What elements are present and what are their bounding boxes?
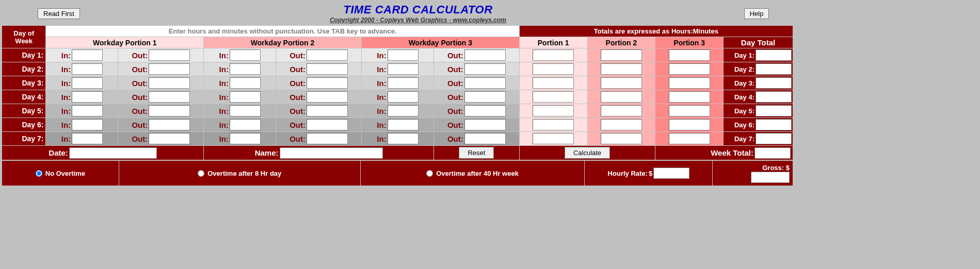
in3-input[interactable] xyxy=(388,105,419,116)
ot-8-radio[interactable] xyxy=(198,170,204,177)
in2-input[interactable] xyxy=(230,119,261,130)
day-total-output xyxy=(756,63,792,75)
out3-input[interactable] xyxy=(464,63,506,75)
help-button[interactable]: Help xyxy=(744,8,769,19)
ot-8-cell: Overtime after 8 Hr day xyxy=(119,161,360,186)
table-row: Day 1:In:Out:In:Out:In:Out:Day 1: xyxy=(2,48,793,62)
in-cell: In: xyxy=(46,48,118,62)
portion-3-header: Portion 3 xyxy=(655,37,723,48)
in-cell: In: xyxy=(46,62,118,76)
name-cell: Name: xyxy=(204,146,433,160)
in2-input[interactable] xyxy=(230,91,261,103)
day-total-label: Day 6: xyxy=(734,121,754,129)
day-total-cell: Day 6: xyxy=(724,118,793,131)
table-row: Day 2:In:Out:In:Out:In:Out:Day 2: xyxy=(2,62,793,76)
calculate-button[interactable]: Calculate xyxy=(565,147,610,159)
name-input[interactable] xyxy=(280,147,383,159)
portion-3-output xyxy=(669,49,710,61)
portion-1-output xyxy=(533,119,574,130)
out-label: Out: xyxy=(447,121,463,129)
in-label: In: xyxy=(377,121,386,129)
table-row: Day 3:In:Out:In:Out:In:Out:Day 3: xyxy=(2,76,793,90)
portion-3-total xyxy=(655,76,723,90)
workday-portion-1-header: Workday Portion 1 xyxy=(46,37,203,48)
in-label: In: xyxy=(219,121,229,129)
workday-portion-2-header: Workday Portion 2 xyxy=(204,37,361,48)
out3-input[interactable] xyxy=(464,105,506,116)
in1-input[interactable] xyxy=(72,49,103,61)
out1-input[interactable] xyxy=(149,49,190,61)
in1-input[interactable] xyxy=(72,63,103,75)
in-cell: In: xyxy=(46,104,118,117)
in2-input[interactable] xyxy=(230,133,261,144)
in1-input[interactable] xyxy=(72,91,103,103)
day-total-label: Day 2: xyxy=(734,65,754,73)
out1-input[interactable] xyxy=(149,105,190,116)
out-cell: Out: xyxy=(276,48,361,62)
out1-input[interactable] xyxy=(149,77,190,89)
in-cell: In: xyxy=(204,104,276,117)
portion-1-output xyxy=(533,105,574,116)
hourly-rate-input[interactable] xyxy=(653,167,689,179)
in3-input[interactable] xyxy=(388,49,419,61)
out1-input[interactable] xyxy=(149,119,190,130)
out1-input[interactable] xyxy=(149,91,190,103)
in2-input[interactable] xyxy=(230,105,261,116)
day-total-cell: Day 4: xyxy=(724,90,793,104)
out2-input[interactable] xyxy=(307,105,348,116)
in-cell: In: xyxy=(46,132,118,145)
day-total-label: Day 1: xyxy=(734,52,754,59)
out-label: Out: xyxy=(132,134,148,143)
reset-button[interactable]: Reset xyxy=(459,147,494,159)
out-label: Out: xyxy=(132,121,148,129)
day-total-label: Day 5: xyxy=(734,107,754,115)
day-total-label: Day 4: xyxy=(734,93,754,101)
in3-input[interactable] xyxy=(388,91,419,103)
in2-input[interactable] xyxy=(230,49,261,61)
out3-input[interactable] xyxy=(464,77,506,89)
in1-input[interactable] xyxy=(72,77,103,89)
in3-input[interactable] xyxy=(388,133,419,144)
out-label: Out: xyxy=(447,51,463,60)
out3-input[interactable] xyxy=(464,119,506,130)
in1-input[interactable] xyxy=(72,119,103,130)
date-input[interactable] xyxy=(69,147,157,159)
ot-40-radio[interactable] xyxy=(426,170,433,177)
in3-input[interactable] xyxy=(388,77,419,89)
out2-input[interactable] xyxy=(307,77,348,89)
in-cell: In: xyxy=(46,118,118,131)
day-total-output xyxy=(756,49,792,61)
no-overtime-radio[interactable] xyxy=(36,170,42,177)
out1-input[interactable] xyxy=(149,63,190,75)
table-row: Day 6:In:Out:In:Out:In:Out:Day 6: xyxy=(2,118,793,131)
out2-input[interactable] xyxy=(307,91,348,103)
out-cell: Out: xyxy=(434,90,519,104)
out2-input[interactable] xyxy=(307,133,348,144)
out-label: Out: xyxy=(132,79,148,88)
out1-input[interactable] xyxy=(149,133,190,144)
in1-input[interactable] xyxy=(72,105,103,116)
read-first-button[interactable]: Read First xyxy=(38,8,80,19)
date-cell: Date: xyxy=(2,146,203,160)
portion-1-total xyxy=(520,104,587,117)
out2-input[interactable] xyxy=(307,63,348,75)
in2-input[interactable] xyxy=(230,77,261,89)
read-first-cell: Read First xyxy=(2,2,116,25)
reset-cell: Reset xyxy=(434,146,519,160)
portion-1-total xyxy=(520,132,587,145)
out-label: Out: xyxy=(290,93,306,102)
in3-input[interactable] xyxy=(388,63,419,75)
portion-1-output xyxy=(533,49,574,61)
out-cell: Out: xyxy=(434,104,519,117)
table-row: Day 7:In:Out:In:Out:In:Out:Day 7: xyxy=(2,132,793,145)
out3-input[interactable] xyxy=(464,49,506,61)
in-label: In: xyxy=(377,79,386,88)
out3-input[interactable] xyxy=(464,133,506,144)
out2-input[interactable] xyxy=(307,49,348,61)
portion-2-header: Portion 2 xyxy=(588,37,655,48)
in3-input[interactable] xyxy=(388,119,419,130)
in2-input[interactable] xyxy=(230,63,261,75)
out3-input[interactable] xyxy=(464,91,506,103)
out2-input[interactable] xyxy=(307,119,348,130)
in1-input[interactable] xyxy=(72,133,103,144)
